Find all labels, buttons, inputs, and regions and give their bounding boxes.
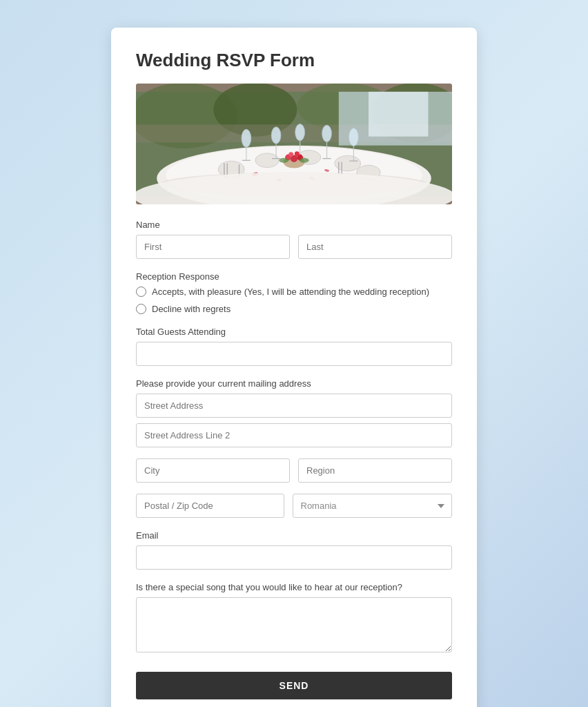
- address-inputs: Romania: [136, 394, 452, 518]
- guests-label: Total Guests Attending: [136, 327, 452, 337]
- svg-point-33: [300, 158, 309, 163]
- radio-decline-label: Decline with regrets: [152, 304, 231, 314]
- guests-input[interactable]: [136, 342, 452, 366]
- radio-accept[interactable]: [136, 287, 146, 297]
- name-label: Name: [136, 220, 452, 230]
- svg-point-30: [288, 152, 293, 157]
- radio-group: Accepts, with pleasure (Yes, I will be a…: [136, 287, 452, 314]
- svg-point-16: [242, 129, 251, 147]
- radio-accept-item: Accepts, with pleasure (Yes, I will be a…: [136, 287, 452, 297]
- postal-input[interactable]: [136, 494, 284, 518]
- radio-decline[interactable]: [136, 304, 146, 314]
- form-card: Wedding RSVP Form: [111, 28, 477, 707]
- region-input[interactable]: [298, 458, 452, 483]
- reception-label: Reception Response: [136, 271, 452, 282]
- hero-image: [136, 84, 452, 204]
- first-name-input[interactable]: [136, 235, 290, 259]
- email-input[interactable]: [136, 545, 452, 570]
- street1-input[interactable]: [136, 394, 452, 418]
- svg-rect-7: [369, 92, 428, 137]
- svg-point-20: [295, 124, 305, 141]
- svg-point-22: [322, 125, 332, 142]
- song-textarea[interactable]: [136, 597, 452, 652]
- postal-country-row: Romania: [136, 494, 452, 518]
- svg-point-24: [349, 128, 359, 146]
- radio-decline-item: Decline with regrets: [136, 304, 452, 314]
- country-select[interactable]: Romania: [293, 494, 453, 518]
- svg-point-12: [255, 153, 280, 168]
- reception-response-group: Reception Response Accepts, with pleasur…: [136, 271, 452, 314]
- street2-input[interactable]: [136, 423, 452, 447]
- radio-accept-label: Accepts, with pleasure (Yes, I will be a…: [152, 287, 429, 297]
- song-label: Is there a special song that you would l…: [136, 582, 452, 592]
- song-field-group: Is there a special song that you would l…: [136, 582, 452, 655]
- city-region-row: [136, 458, 452, 483]
- name-row: [136, 235, 452, 259]
- guests-field-group: Total Guests Attending: [136, 327, 452, 366]
- svg-point-18: [271, 127, 281, 144]
- city-input[interactable]: [136, 458, 290, 483]
- page-title: Wedding RSVP Form: [136, 50, 452, 71]
- email-field-group: Email: [136, 530, 452, 570]
- last-name-input[interactable]: [298, 235, 452, 259]
- svg-point-31: [295, 151, 300, 156]
- address-label: Please provide your current mailing addr…: [136, 378, 452, 389]
- email-label: Email: [136, 530, 452, 541]
- send-button[interactable]: SEND: [136, 672, 452, 699]
- name-field-group: Name: [136, 220, 452, 259]
- address-field-group: Please provide your current mailing addr…: [136, 378, 452, 518]
- svg-point-32: [279, 158, 288, 163]
